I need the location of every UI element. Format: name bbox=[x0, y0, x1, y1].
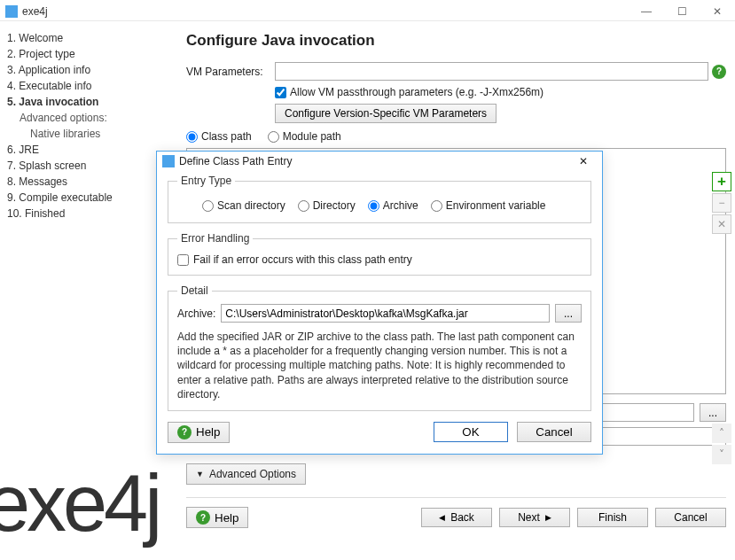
archive-path-input[interactable] bbox=[221, 304, 550, 323]
maximize-button[interactable]: ☐ bbox=[664, 2, 700, 21]
step-application-info[interactable]: 3. Application info bbox=[7, 62, 163, 78]
close-button[interactable]: ✕ bbox=[700, 2, 735, 21]
step-java-invocation[interactable]: 5. Java invocation bbox=[7, 94, 163, 110]
step-native-libraries[interactable]: Native libraries bbox=[7, 126, 163, 142]
detail-description: Add the specified JAR or ZIP archive to … bbox=[177, 330, 582, 401]
next-button[interactable]: Next▶ bbox=[499, 508, 570, 527]
arrow-left-icon: ◀ bbox=[439, 513, 445, 522]
minimize-button[interactable]: — bbox=[629, 2, 664, 21]
advanced-options-toggle[interactable]: ▼ Advanced Options bbox=[186, 463, 306, 485]
advanced-options-label: Advanced options: bbox=[7, 110, 163, 126]
classpath-toolbar: + − ✕ bbox=[712, 172, 731, 234]
fail-on-error-label: Fail if an error occurs with this class … bbox=[193, 253, 412, 266]
move-down-button[interactable]: ˅ bbox=[712, 445, 731, 464]
cancel-button[interactable]: Cancel bbox=[655, 508, 726, 527]
modulepath-radio[interactable]: Module path bbox=[268, 130, 341, 143]
browse-main-class-button[interactable]: ... bbox=[700, 403, 726, 422]
step-jre[interactable]: 6. JRE bbox=[7, 142, 163, 158]
dialog-title-bar: Define Class Path Entry ✕ bbox=[157, 152, 602, 171]
step-finished[interactable]: 10. Finished bbox=[7, 206, 163, 222]
help-icon[interactable]: ? bbox=[712, 65, 726, 79]
configure-version-button[interactable]: Configure Version-Specific VM Parameters bbox=[275, 104, 497, 123]
step-messages[interactable]: 8. Messages bbox=[7, 174, 163, 190]
help-button[interactable]: ?Help bbox=[186, 507, 248, 528]
error-handling-legend: Error Handling bbox=[177, 232, 253, 245]
browse-archive-button[interactable]: ... bbox=[555, 304, 582, 323]
step-compile[interactable]: 9. Compile executable bbox=[7, 190, 163, 206]
detail-legend: Detail bbox=[177, 284, 212, 297]
page-title: Configure Java invocation bbox=[186, 32, 726, 50]
dialog-title: Define Class Path Entry bbox=[179, 155, 292, 167]
remove-entry-button[interactable]: ✕ bbox=[712, 214, 731, 234]
finish-button[interactable]: Finish bbox=[577, 508, 648, 527]
env-var-radio[interactable]: Environment variable bbox=[431, 199, 546, 212]
edit-entry-button[interactable]: − bbox=[712, 193, 731, 213]
watermark: exe4j bbox=[0, 456, 159, 551]
classpath-radio[interactable]: Class path bbox=[186, 130, 252, 143]
help-icon: ? bbox=[196, 510, 210, 525]
scan-directory-radio[interactable]: Scan directory bbox=[202, 199, 285, 212]
reorder-toolbar: ˄ ˅ bbox=[712, 424, 731, 464]
directory-radio[interactable]: Directory bbox=[298, 199, 356, 212]
entry-type-legend: Entry Type bbox=[177, 175, 235, 187]
vm-params-input[interactable] bbox=[275, 62, 708, 81]
wizard-steps: 1. Welcome 2. Project type 3. Applicatio… bbox=[0, 21, 170, 560]
dialog-close-button[interactable]: ✕ bbox=[570, 155, 597, 167]
detail-group: Detail Archive: ... Add the specified JA… bbox=[168, 284, 591, 411]
window-title: exe4j bbox=[22, 5, 629, 18]
arrow-right-icon: ▶ bbox=[545, 513, 551, 522]
step-splash[interactable]: 7. Splash screen bbox=[7, 158, 163, 174]
step-project-type[interactable]: 2. Project type bbox=[7, 46, 163, 62]
help-icon: ? bbox=[177, 425, 192, 439]
dialog-cancel-button[interactable]: Cancel bbox=[517, 422, 591, 442]
ok-button[interactable]: OK bbox=[434, 422, 508, 442]
step-executable-info[interactable]: 4. Executable info bbox=[7, 78, 163, 94]
move-up-button[interactable]: ˄ bbox=[712, 424, 731, 443]
archive-radio[interactable]: Archive bbox=[368, 199, 418, 212]
entry-type-group: Entry Type Scan directory Directory Arch… bbox=[168, 175, 591, 223]
wizard-footer: ?Help ◀Back Next▶ Finish Cancel bbox=[186, 497, 726, 528]
passthrough-label: Allow VM passthrough parameters (e.g. -J… bbox=[290, 86, 543, 98]
fail-on-error-checkbox[interactable] bbox=[177, 254, 189, 266]
error-handling-group: Error Handling Fail if an error occurs w… bbox=[168, 232, 591, 276]
title-bar: exe4j — ☐ ✕ bbox=[0, 0, 735, 21]
back-button[interactable]: ◀Back bbox=[421, 508, 492, 527]
vm-params-label: VM Parameters: bbox=[186, 66, 275, 78]
chevron-down-icon: ▼ bbox=[196, 470, 204, 478]
add-entry-button[interactable]: + bbox=[712, 172, 731, 191]
app-icon bbox=[5, 5, 18, 18]
dialog-help-button[interactable]: ?Help bbox=[168, 422, 230, 443]
passthrough-checkbox[interactable] bbox=[275, 87, 286, 98]
classpath-entry-dialog: Define Class Path Entry ✕ Entry Type Sca… bbox=[156, 151, 603, 455]
app-icon bbox=[162, 155, 175, 167]
step-welcome[interactable]: 1. Welcome bbox=[7, 30, 163, 46]
archive-label: Archive: bbox=[177, 307, 215, 320]
